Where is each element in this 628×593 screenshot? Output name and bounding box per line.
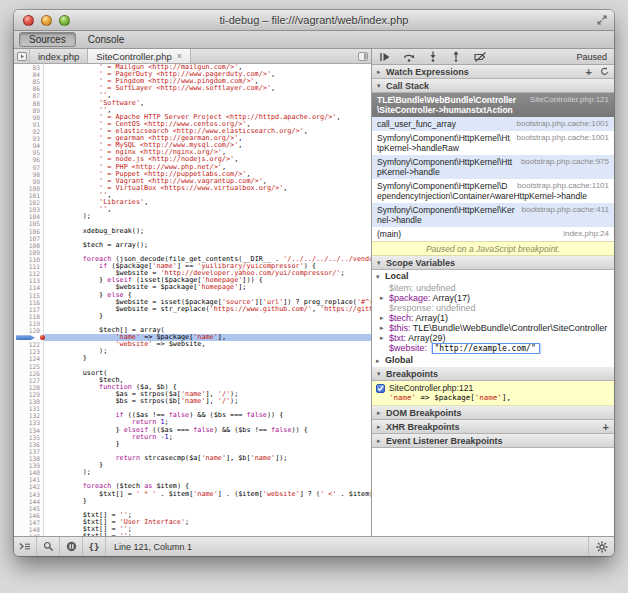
gutter-line-number[interactable]: 128 [14, 384, 44, 391]
gutter-line-number[interactable]: 105 [14, 220, 44, 227]
call-stack-frame[interactable]: bootstrap.php.cache:411Symfony\Component… [372, 203, 614, 227]
gutter-line-number[interactable]: 104 [14, 213, 44, 220]
scope-variable-row[interactable]: $item: undefined [372, 283, 614, 293]
close-tab-icon[interactable]: × [177, 51, 182, 61]
gutter-line-number[interactable]: 83 [14, 64, 44, 71]
pause-on-exceptions-button[interactable] [60, 537, 83, 556]
variable-edit-input[interactable] [432, 343, 540, 354]
gutter-line-number[interactable]: 114 [14, 284, 44, 291]
gutter-line-number[interactable]: 133 [14, 419, 44, 426]
section-scope-variables[interactable]: ▾ Scope Variables [372, 256, 614, 270]
tab-sources[interactable]: Sources [19, 32, 76, 47]
gutter-line-number[interactable]: 126 [14, 370, 44, 377]
gutter-line-number[interactable]: 120 [14, 327, 44, 334]
gutter-line-number[interactable]: 112 [14, 270, 44, 277]
breakpoint-checkbox[interactable] [376, 384, 385, 393]
section-breakpoints[interactable]: ▾ Breakpoints [372, 367, 614, 381]
gutter-line-number[interactable]: 95 [14, 149, 44, 156]
add-xhr-breakpoint-button[interactable]: + [603, 422, 609, 432]
section-watch-expressions[interactable]: ▸ Watch Expressions + [372, 65, 614, 79]
gutter-line-number[interactable]: 118 [14, 313, 44, 320]
gutter-line-number[interactable] [14, 334, 44, 341]
gutter-line-number[interactable]: 142 [14, 483, 44, 490]
gutter-line-number[interactable]: 119 [14, 320, 44, 327]
refresh-watch-button[interactable] [600, 67, 609, 76]
gutter-line-number[interactable]: 87 [14, 92, 44, 99]
gutter-line-number[interactable]: 139 [14, 462, 44, 469]
gutter-line-number[interactable]: 97 [14, 164, 44, 171]
disclosure-collapsed-icon[interactable]: ▸ [380, 293, 384, 303]
gutter-line-number[interactable]: 101 [14, 192, 44, 199]
gutter-line-number[interactable]: 86 [14, 85, 44, 92]
resume-button[interactable] [379, 52, 390, 62]
gutter-line-number[interactable]: 135 [14, 434, 44, 441]
section-event-listener-breakpoints[interactable]: ▸ Event Listener Breakpoints [372, 434, 614, 448]
gutter-line-number[interactable]: 147 [14, 519, 44, 526]
gutter-line-number[interactable]: 132 [14, 412, 44, 419]
step-over-button[interactable] [403, 52, 415, 62]
gutter-line-number[interactable]: 137 [14, 448, 44, 455]
step-into-button[interactable] [428, 51, 438, 62]
gutter-line-number[interactable]: 113 [14, 277, 44, 284]
scope-variable-row[interactable]: ▸$tech: Array(1) [372, 313, 614, 323]
section-xhr-breakpoints[interactable]: ▸ XHR Breakpoints + [372, 420, 614, 434]
gutter-line-number[interactable]: 111 [14, 263, 44, 270]
fullscreen-icon[interactable] [597, 15, 607, 25]
add-watch-button[interactable]: + [586, 67, 592, 77]
gutter-line-number[interactable]: 136 [14, 441, 44, 448]
disclosure-collapsed-icon[interactable]: ▸ [380, 323, 384, 333]
settings-gear-icon[interactable] [588, 537, 614, 556]
pretty-print-button[interactable]: {} [83, 537, 106, 556]
gutter-line-number[interactable]: 94 [14, 142, 44, 149]
search-icon[interactable] [37, 537, 60, 556]
gutter-line-number[interactable]: 122 [14, 341, 44, 348]
gutter-line-number[interactable]: 127 [14, 377, 44, 384]
scope-variable-row[interactable]: ▸$this: TLE\Bundle\WebBundle\Controller\… [372, 323, 614, 333]
gutter-line-number[interactable]: 100 [14, 185, 44, 192]
gutter-line-number[interactable]: 130 [14, 398, 44, 405]
gutter-line-number[interactable]: 96 [14, 156, 44, 163]
gutter-line-number[interactable]: 102 [14, 199, 44, 206]
section-dom-breakpoints[interactable]: ▸ DOM Breakpoints [372, 406, 614, 420]
section-call-stack[interactable]: ▾ Call Stack [372, 79, 614, 93]
deactivate-breakpoints-button[interactable] [474, 52, 487, 62]
gutter-line-number[interactable]: 85 [14, 78, 44, 85]
gutter-line-number[interactable]: 107 [14, 235, 44, 242]
breakpoint-entry[interactable]: SiteController.php:121 'name' => $packag… [372, 381, 614, 406]
call-stack-frame[interactable]: index.php:24(main) [372, 227, 614, 241]
gutter-line-number[interactable]: 131 [14, 405, 44, 412]
step-out-button[interactable] [451, 51, 461, 62]
call-stack-frame[interactable]: bootstrap.php.cache:1001Symfony\Componen… [372, 131, 614, 155]
gutter-line-number[interactable]: 129 [14, 391, 44, 398]
scope-variable-row[interactable]: $response: undefined [372, 303, 614, 313]
gutter-line-number[interactable]: 88 [14, 100, 44, 107]
scope-variable-row[interactable]: $website: [372, 343, 614, 354]
call-stack-frame[interactable]: bootstrap.php.cache:1101Symfony\Componen… [372, 179, 614, 203]
call-stack-frame[interactable]: SiteController.php:121TLE\Bundle\WebBund… [372, 93, 614, 117]
gutter-line-number[interactable]: 98 [14, 171, 44, 178]
gutter-line-number[interactable]: 92 [14, 128, 44, 135]
gutter-line-number[interactable]: 144 [14, 498, 44, 505]
scope-variable-row[interactable]: ▸$package: Array(17) [372, 293, 614, 303]
scope-global-group[interactable]: ▸Global [372, 354, 614, 367]
title-bar[interactable]: ti-debug – file:///vagrant/web/index.php [14, 10, 614, 31]
gutter-line-number[interactable]: 117 [14, 306, 44, 313]
gutter-line-number[interactable]: 103 [14, 206, 44, 213]
gutter-line-number[interactable]: 93 [14, 135, 44, 142]
gutter-line-number[interactable]: 138 [14, 455, 44, 462]
gutter-line-number[interactable]: 116 [14, 299, 44, 306]
disclosure-collapsed-icon[interactable]: ▸ [380, 333, 384, 343]
tab-console[interactable]: Console [79, 33, 134, 46]
gutter-line-number[interactable]: 115 [14, 292, 44, 299]
gutter-line-number[interactable]: 141 [14, 476, 44, 483]
scope-variable-row[interactable]: ▸$txt: Array(29) [372, 333, 614, 343]
gutter-line-number[interactable]: 109 [14, 249, 44, 256]
gutter-line-number[interactable]: 143 [14, 491, 44, 498]
gutter-line-number[interactable]: 148 [14, 526, 44, 533]
call-stack-frame[interactable]: bootstrap.php.cache:1001call_user_func_a… [372, 117, 614, 131]
gutter-line-number[interactable]: 108 [14, 242, 44, 249]
panel-toggle-icon[interactable] [358, 52, 368, 61]
gutter-line-number[interactable]: 90 [14, 114, 44, 121]
gutter-line-number[interactable]: 99 [14, 178, 44, 185]
scope-local-group[interactable]: ▾Local [372, 270, 614, 283]
